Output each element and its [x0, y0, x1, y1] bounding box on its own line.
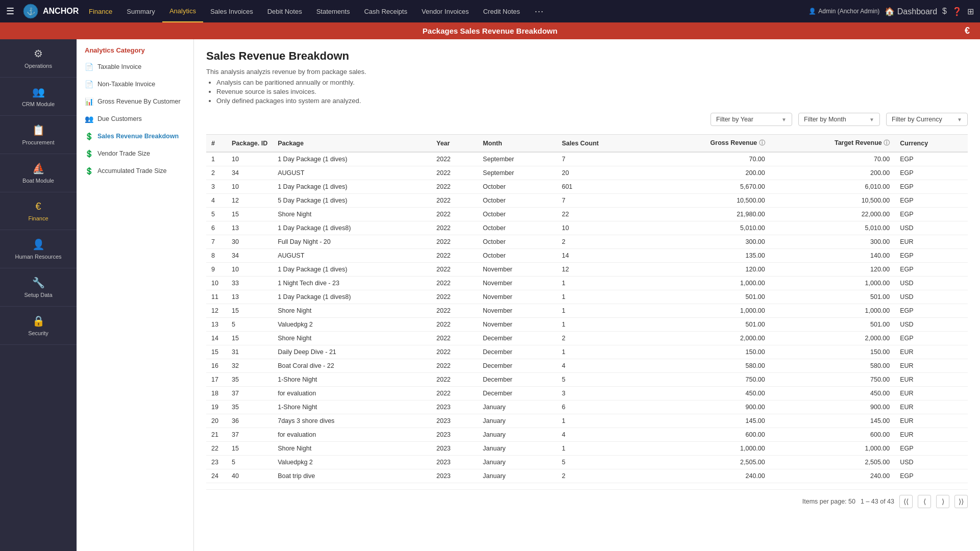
table-cell: 2,000.00 [646, 332, 770, 345]
table-cell: 450.00 [770, 387, 895, 400]
pagination-prev[interactable]: ⟨ [918, 495, 931, 508]
filter-currency[interactable]: Filter by Currency ▼ [886, 113, 968, 126]
table-cell: 30 [227, 235, 273, 249]
top-nav: ☰ ⚓ ANCHOR Finance Summary Analytics Sal… [0, 0, 980, 22]
filter-year[interactable]: Filter by Year ▼ [710, 113, 792, 126]
left-panel-taxable-invoice[interactable]: 📄 Taxable Invoice [77, 58, 193, 76]
table-cell: December [478, 373, 557, 387]
table-cell: 2,505.00 [646, 456, 770, 469]
filters-row: Filter by Year ▼ Filter by Month ▼ Filte… [206, 113, 968, 126]
table-cell: 9 [206, 263, 227, 277]
filter-month-arrow: ▼ [869, 117, 874, 122]
nav-vendor-invoices[interactable]: Vendor Invoices [414, 0, 476, 22]
table-cell: 600.00 [770, 428, 895, 442]
table-cell: USD [895, 318, 968, 332]
sidebar-item-setup[interactable]: 🔧 Setup Data [0, 268, 77, 307]
pagination-next[interactable]: ⟩ [936, 495, 949, 508]
help-icon[interactable]: ❓ [952, 7, 962, 16]
left-panel-sales-revenue[interactable]: 💲 Sales Revenue Breakdown [77, 128, 193, 145]
sidebar-item-crm[interactable]: 👥 CRM Module [0, 78, 77, 116]
table-cell: 21 [206, 428, 227, 442]
sidebar-label-finance: Finance [28, 215, 48, 221]
table-cell: 1,000.00 [770, 277, 895, 290]
left-panel-due-customers[interactable]: 👥 Due Customers [77, 110, 193, 128]
table-cell: Boat Coral dive - 22 [273, 359, 431, 373]
euro-page-icon: € [965, 26, 970, 36]
nav-cash-receipts[interactable]: Cash Receipts [357, 0, 414, 22]
table-cell: 2,000.00 [770, 332, 895, 345]
table-cell: EUR [895, 345, 968, 359]
left-panel-accumulated-trade[interactable]: 💲 Accumulated Trade Size [77, 162, 193, 180]
sidebar-label-boat: Boat Module [22, 178, 54, 184]
table-cell: November [478, 277, 557, 290]
sidebar-item-boat[interactable]: ⛵ Boat Module [0, 154, 77, 192]
table-cell: 1-Shore Night [273, 373, 431, 387]
sidebar-item-procurement[interactable]: 📋 Procurement [0, 116, 77, 154]
table-cell: 580.00 [770, 359, 895, 373]
grid-icon[interactable]: ⊞ [967, 7, 974, 16]
table-cell: 501.00 [646, 290, 770, 304]
table-cell: 1 Day Package (1 dives) [273, 180, 431, 194]
th-month: Month [478, 135, 557, 153]
nav-credit-notes[interactable]: Credit Notes [476, 0, 527, 22]
pagination-first[interactable]: ⟨⟨ [899, 495, 913, 508]
more-options-icon[interactable]: ⋯ [527, 0, 551, 22]
table-cell: 37 [227, 387, 273, 400]
table-row: 17351-Shore Night2022December5750.00750.… [206, 373, 968, 387]
left-panel-vendor-trade[interactable]: 💲 Vendor Trade Size [77, 145, 193, 162]
currency-icon[interactable]: $ [942, 7, 947, 16]
table-cell: January [478, 400, 557, 414]
dashboard-button[interactable]: 🏠 Dashboard [885, 7, 937, 16]
table-cell: 7 [206, 235, 227, 249]
left-panel: Analytics Category 📄 Taxable Invoice 📄 N… [77, 39, 194, 551]
bullet-1: Analysis can be paritioned annually or m… [216, 79, 968, 86]
gross-revenue-help-icon[interactable]: ⓘ [759, 139, 765, 146]
table-row: 730Full Day Night - 202022October2300.00… [206, 235, 968, 249]
left-panel-non-taxable[interactable]: 📄 Non-Taxable Invoice [77, 76, 193, 93]
table-cell: EGP [895, 166, 968, 180]
table-cell: 5,010.00 [770, 221, 895, 235]
table-row: 1837for evaluation2022December3450.00450… [206, 387, 968, 400]
th-sales-count: Sales Count [557, 135, 647, 153]
table-cell: Full Day Night - 20 [273, 235, 431, 249]
user-button[interactable]: 👤 Admin (Anchor Admin) [808, 8, 879, 15]
pagination-last[interactable]: ⟩⟩ [954, 495, 968, 508]
table-cell: 17 [206, 373, 227, 387]
table-cell: 2022 [431, 208, 478, 221]
hamburger-icon[interactable]: ☰ [6, 6, 14, 17]
table-row: 6131 Day Package (1 dives8)2022October10… [206, 221, 968, 235]
table-cell: 240.00 [770, 469, 895, 483]
sidebar-label-procurement: Procurement [22, 139, 55, 145]
nav-finance[interactable]: Finance [82, 0, 119, 22]
table-cell: 13 [227, 221, 273, 235]
operations-icon: ⚙ [34, 47, 43, 60]
nav-statements[interactable]: Statements [309, 0, 357, 22]
table-cell: 12 [227, 194, 273, 208]
table-row: 9101 Day Package (1 dives)2022November12… [206, 263, 968, 277]
table-cell: Shore Night [273, 332, 431, 345]
accumulated-trade-label: Accumulated Trade Size [97, 167, 167, 174]
procurement-icon: 📋 [32, 124, 45, 136]
nav-sales-invoices[interactable]: Sales Invoices [203, 0, 260, 22]
nav-debit-notes[interactable]: Debit Notes [260, 0, 309, 22]
table-cell: USD [895, 456, 968, 469]
filter-month[interactable]: Filter by Month ▼ [798, 113, 880, 126]
sidebar-item-operations[interactable]: ⚙ Operations [0, 39, 77, 78]
sidebar-item-hr[interactable]: 👤 Human Resources [0, 230, 77, 268]
nav-summary[interactable]: Summary [119, 0, 162, 22]
table-row: 2137for evaluation2023January4600.00600.… [206, 428, 968, 442]
sidebar-item-finance[interactable]: € Finance [0, 192, 77, 230]
table-cell: 200.00 [770, 166, 895, 180]
table-cell: 2022 [431, 359, 478, 373]
table-row: 2440Boat trip dive2023January2240.00240.… [206, 469, 968, 483]
logo-text: ANCHOR [43, 7, 79, 16]
left-panel-gross-revenue[interactable]: 📊 Gross Revenue By Customer [77, 93, 193, 110]
nav-analytics[interactable]: Analytics [162, 0, 203, 22]
table-cell: 24 [206, 469, 227, 483]
sidebar-item-security[interactable]: 🔒 Security [0, 307, 77, 345]
table-row: 4125 Day Package (1 dives)2022October710… [206, 194, 968, 208]
table-row: 234AUGUST2022September20200.00200.00EGP [206, 166, 968, 180]
target-revenue-help-icon[interactable]: ⓘ [884, 139, 890, 146]
table-cell: January [478, 428, 557, 442]
table-cell: 300.00 [646, 235, 770, 249]
